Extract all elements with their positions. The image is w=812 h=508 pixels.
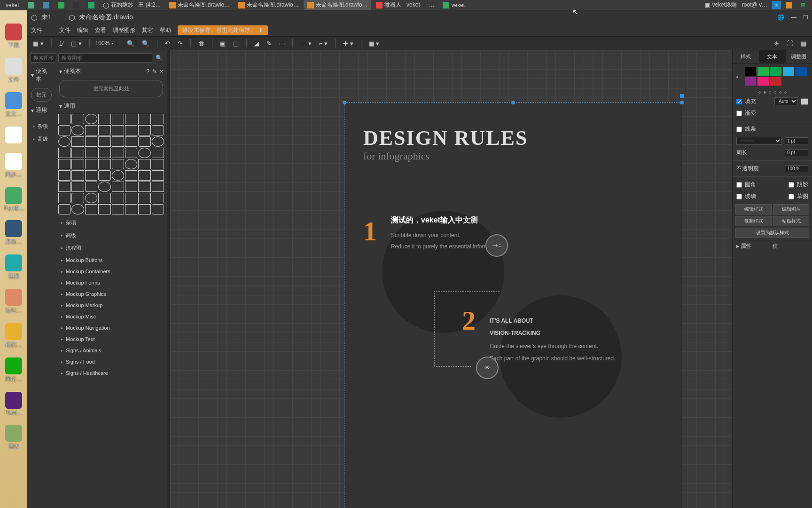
connection-icon[interactable]: — ▾ [298, 39, 313, 48]
globe-icon[interactable]: 🌐 [777, 14, 784, 21]
set-default-style-button[interactable]: 设置为默认样式 [735, 228, 809, 238]
general-header[interactable]: ▾通用 [55, 100, 167, 112]
shape-stencil[interactable] [125, 136, 137, 147]
theme-icon[interactable]: ☀ [772, 39, 781, 48]
taskbar-item[interactable] [39, 1, 53, 9]
scratchpad-header[interactable]: ▾便笺本 ? ✎ × [55, 65, 167, 77]
to-back-icon[interactable]: ▢ [231, 39, 241, 48]
menu-edit[interactable]: 编辑 [77, 26, 88, 34]
delete-icon[interactable]: 🗑 [196, 39, 206, 48]
redo-icon[interactable]: ↷ [176, 39, 185, 48]
gradient-checkbox[interactable] [736, 111, 742, 116]
shape-stencil[interactable] [125, 114, 137, 124]
taskbar-item[interactable] [24, 1, 38, 9]
category-item[interactable]: Mockup Buttons [55, 254, 167, 266]
shape-stencil[interactable] [125, 159, 137, 169]
glass-checkbox[interactable] [736, 194, 742, 199]
fill-icon[interactable]: ◢ [252, 39, 261, 48]
shape-stencil[interactable] [112, 114, 124, 124]
shape-stencil[interactable] [71, 193, 84, 203]
category-item[interactable]: 高级 [55, 229, 167, 242]
category-item[interactable]: Signs / Food [55, 356, 167, 367]
shape-stencil[interactable] [71, 148, 84, 158]
paste-style-button[interactable]: 粘贴样式 [773, 216, 809, 226]
page-scale[interactable]: 1⁄ [57, 39, 65, 48]
shape-stencil[interactable] [112, 136, 124, 147]
shape-stencil[interactable] [152, 193, 164, 203]
shape-stencil[interactable] [138, 125, 150, 135]
shape-stencil[interactable] [98, 170, 110, 181]
shape-stencil[interactable] [152, 182, 164, 192]
resize-handle[interactable] [680, 101, 684, 104]
fill-color-swatch[interactable] [801, 98, 808, 105]
undo-icon[interactable]: ↶ [163, 39, 172, 48]
search-icon[interactable]: 🔍 [154, 53, 164, 63]
dropzone[interactable]: 把元素拖至此处 [59, 80, 163, 97]
shape-stencil[interactable] [98, 136, 110, 147]
menu-arrange[interactable]: 调整图形 [113, 26, 135, 34]
taskbar-tray[interactable] [782, 1, 796, 9]
sidebar-toggle[interactable]: ▦ ▾ [31, 39, 46, 48]
rotate-handle[interactable] [680, 94, 684, 98]
color-swatch[interactable] [796, 67, 807, 76]
shape-stencil[interactable] [152, 159, 164, 169]
fit-page[interactable]: ▢ ▾ [69, 39, 84, 48]
shape-stencil[interactable] [71, 114, 84, 124]
shape-stencil[interactable] [85, 182, 97, 192]
shape-stencil[interactable] [85, 193, 97, 203]
tab-text[interactable]: 文本 [759, 50, 785, 63]
perimeter-input[interactable] [785, 149, 808, 156]
shape-stencil[interactable] [98, 148, 110, 158]
canvas[interactable]: DESIGN RULES for infographics 1 测试的，veke… [170, 50, 732, 508]
shape-stencil[interactable] [138, 159, 150, 169]
shape-stencil[interactable] [58, 125, 70, 135]
shape-stencil[interactable] [85, 159, 97, 169]
taskbar-item-drawio[interactable]: 未命名绘图.drawio… [165, 0, 234, 10]
shape-stencil[interactable] [112, 204, 124, 214]
general-header[interactable]: ▾通用 [27, 104, 55, 116]
scratchpad-header[interactable]: ▾便笺本 [27, 65, 55, 85]
shape-stencil[interactable] [138, 170, 150, 181]
desktop-icon[interactable]: 回收 [4, 425, 23, 451]
shape-stencil[interactable] [138, 204, 150, 214]
fill-checkbox[interactable] [736, 99, 742, 104]
category-item[interactable]: 流程图 [55, 242, 167, 254]
desktop-icon[interactable]: 文件 [4, 58, 23, 84]
menu-extras[interactable]: 其它 [142, 26, 153, 34]
shape-stencil[interactable] [58, 148, 70, 158]
resize-handle[interactable] [343, 101, 346, 104]
menu-view[interactable]: 查看 [95, 26, 106, 34]
shape-stencil[interactable] [112, 170, 124, 181]
shape-stencil[interactable] [58, 204, 70, 214]
category-item[interactable]: Mockup Navigation [55, 322, 167, 333]
taskbar-item[interactable] [69, 1, 83, 9]
shape-stencil[interactable] [98, 204, 110, 214]
category-item[interactable]: Mockup Markup [55, 300, 167, 311]
category-item[interactable]: 杂项 [55, 216, 167, 229]
shape-stencil[interactable] [152, 148, 164, 158]
shape-stencil[interactable] [71, 159, 84, 169]
zoom-value[interactable]: 100% [95, 40, 110, 47]
shape-stencil[interactable] [71, 170, 84, 181]
taskbar-item[interactable] [54, 1, 68, 9]
zoom-in-icon[interactable]: 🔍 [125, 39, 136, 48]
desktop-icon[interactable]: 论坛… [4, 289, 23, 315]
shape-stencil[interactable] [58, 114, 70, 124]
unsaved-warning[interactable]: 修改未保存。点击此处保存。⬇ [178, 25, 268, 35]
shape-stencil[interactable] [152, 114, 164, 124]
desktop-icon[interactable]: 同步… [4, 153, 23, 179]
edit-style-button[interactable]: 编辑样式 [735, 204, 772, 214]
desktop-icon[interactable]: FontB… [4, 187, 23, 212]
shadow-checkbox[interactable] [789, 182, 794, 188]
shape-stencil[interactable] [85, 114, 97, 124]
category-item[interactable]: Mockup Forms [55, 277, 167, 288]
desktop-icon[interactable]: 网络… [4, 357, 23, 383]
shape-stencil[interactable] [152, 170, 164, 181]
desktop-icon[interactable]: 视频 [4, 254, 23, 280]
desktop-icon[interactable]: 主文… [4, 92, 23, 118]
taskbar-item[interactable]: ◯花的嫁纱 - 王 (4:2… [99, 0, 165, 10]
category-item[interactable]: Signs / Healthcare [55, 367, 167, 379]
shape-stencil[interactable] [85, 148, 97, 158]
shape-stencil[interactable] [98, 182, 110, 192]
shape-stencil[interactable] [85, 204, 97, 214]
